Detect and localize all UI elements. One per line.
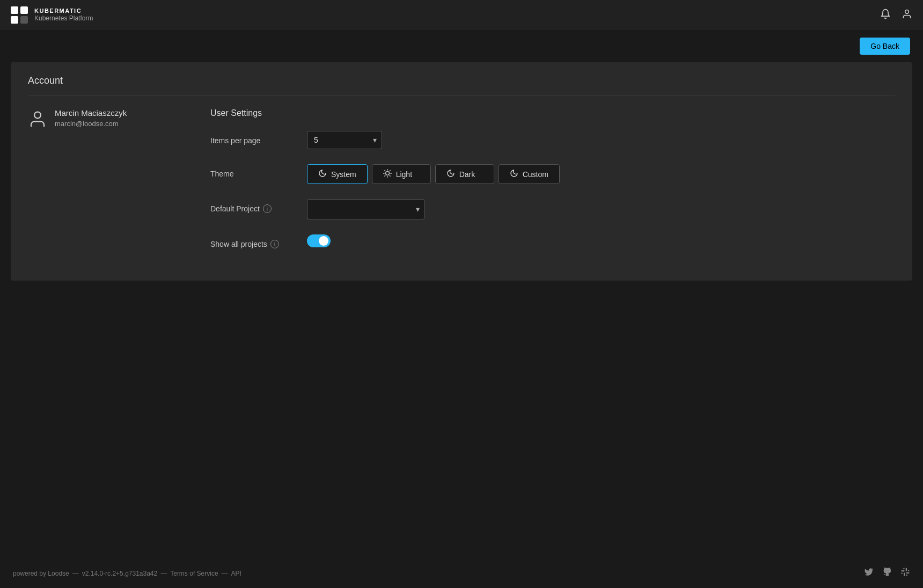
show-all-projects-toggle[interactable] <box>307 234 331 247</box>
footer-api-link[interactable]: API <box>231 570 241 577</box>
user-email: marcin@loodse.com <box>55 120 127 128</box>
svg-rect-1 <box>20 6 28 14</box>
twitter-icon[interactable] <box>864 567 874 579</box>
theme-dark-button[interactable]: Dark <box>435 164 494 184</box>
theme-custom-icon <box>510 169 518 179</box>
svg-line-9 <box>385 171 385 171</box>
items-per-page-select-wrapper: 5 10 20 50 <box>307 131 382 149</box>
brand-name: KUBERMATIC <box>34 8 93 14</box>
footer-left: powered by Loodse — v2.14.0-rc.2+5.g731a… <box>13 570 241 577</box>
show-all-projects-toggle-wrapper <box>307 234 895 247</box>
user-name: Marcin Maciaszczyk <box>55 108 127 117</box>
user-info: Marcin Maciaszczyk marcin@loodse.com <box>28 108 189 263</box>
brand-subtitle: Kubernetes Platform <box>34 14 93 22</box>
top-navigation: KUBERMATIC Kubernetes Platform <box>0 0 923 30</box>
notification-icon[interactable] <box>880 9 891 22</box>
theme-light-label: Light <box>396 170 412 179</box>
footer-social-links <box>864 567 910 579</box>
user-settings: User Settings Items per page 5 10 20 50 <box>210 108 895 263</box>
footer-version: v2.14.0-rc.2+5.g731a3a42 <box>82 570 157 577</box>
svg-rect-3 <box>20 16 28 24</box>
user-account-icon[interactable] <box>902 9 912 22</box>
main-content: Account Marcin Maciaszczyk marcin@loodse… <box>0 62 923 558</box>
toggle-slider <box>307 234 331 247</box>
footer-separator-1: — <box>72 570 79 577</box>
theme-dark-label: Dark <box>459 170 475 179</box>
topnav-actions <box>880 9 912 22</box>
brand-text: KUBERMATIC Kubernetes Platform <box>34 8 93 23</box>
github-icon[interactable] <box>882 567 892 579</box>
theme-row: Theme System <box>210 164 895 184</box>
sub-header: Go Back <box>0 30 923 62</box>
account-card: Account Marcin Maciaszczyk marcin@loodse… <box>11 62 912 281</box>
show-all-projects-label: Show all projects i <box>210 234 296 248</box>
brand-logo <box>11 6 28 24</box>
show-all-projects-control <box>307 234 895 247</box>
brand-area: KUBERMATIC Kubernetes Platform <box>11 6 93 24</box>
theme-custom-button[interactable]: Custom <box>499 164 560 184</box>
footer-separator-3: — <box>222 570 228 577</box>
default-project-label: Default Project i <box>210 199 296 213</box>
footer-powered-by: powered by Loodse <box>13 570 69 577</box>
svg-rect-0 <box>11 6 18 14</box>
svg-line-14 <box>390 171 390 171</box>
items-per-page-label: Items per page <box>210 131 296 145</box>
svg-line-13 <box>385 175 385 176</box>
show-all-projects-info-icon[interactable]: i <box>270 240 279 248</box>
svg-point-6 <box>385 172 389 175</box>
theme-control: System <box>307 164 895 184</box>
account-title: Account <box>28 75 895 95</box>
theme-dark-icon <box>446 169 455 179</box>
default-project-row: Default Project i <box>210 199 895 219</box>
theme-system-label: System <box>331 170 356 179</box>
theme-buttons: System <box>307 164 895 184</box>
default-project-info-icon[interactable]: i <box>263 204 272 213</box>
items-per-page-select[interactable]: 5 10 20 50 <box>307 131 382 149</box>
footer-separator-2: — <box>160 570 167 577</box>
items-per-page-control: 5 10 20 50 <box>307 131 895 149</box>
theme-label: Theme <box>210 164 296 178</box>
svg-point-5 <box>34 112 41 119</box>
theme-system-icon <box>318 169 327 179</box>
theme-light-icon <box>383 169 392 179</box>
default-project-select[interactable] <box>307 199 425 219</box>
settings-title: User Settings <box>210 108 895 118</box>
default-project-control <box>307 199 895 219</box>
user-details: Marcin Maciaszczyk marcin@loodse.com <box>55 108 127 128</box>
account-body: Marcin Maciaszczyk marcin@loodse.com Use… <box>28 108 895 263</box>
go-back-button[interactable]: Go Back <box>860 38 910 55</box>
footer-terms-link[interactable]: Terms of Service <box>170 570 218 577</box>
slack-icon[interactable] <box>900 567 910 579</box>
user-avatar-icon <box>28 109 47 133</box>
default-project-select-wrapper <box>307 199 425 219</box>
theme-custom-label: Custom <box>523 170 548 179</box>
theme-light-button[interactable]: Light <box>372 164 431 184</box>
footer: powered by Loodse — v2.14.0-rc.2+5.g731a… <box>0 558 923 588</box>
svg-rect-2 <box>11 16 18 24</box>
items-per-page-row: Items per page 5 10 20 50 <box>210 131 895 149</box>
svg-line-10 <box>390 175 390 176</box>
svg-point-4 <box>905 10 909 13</box>
show-all-projects-row: Show all projects i <box>210 234 895 248</box>
theme-system-button[interactable]: System <box>307 164 368 184</box>
